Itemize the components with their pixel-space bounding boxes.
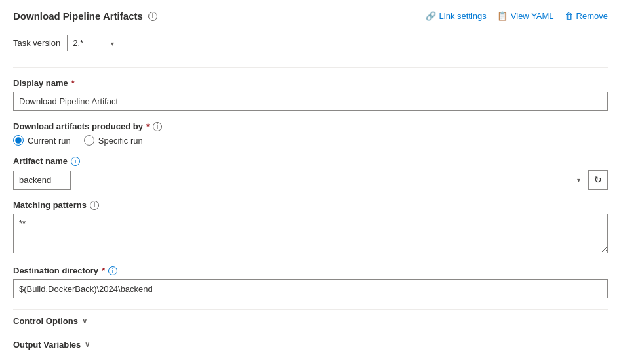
view-yaml-label: View YAML (511, 11, 554, 21)
panel-header: Download Pipeline Artifacts i 🔗 Link set… (13, 10, 608, 22)
control-options-chevron-icon: ∨ (82, 317, 87, 325)
matching-patterns-label: Matching patterns i (13, 200, 608, 210)
artifact-name-select[interactable]: backend frontend (13, 171, 71, 190)
matching-patterns-group: Matching patterns i ** (13, 200, 608, 255)
output-variables-section[interactable]: Output Variables ∨ (13, 333, 608, 356)
download-artifacts-required: * (146, 121, 150, 131)
header-left: Download Pipeline Artifacts i (13, 10, 157, 22)
yaml-icon: 📋 (497, 11, 508, 21)
current-run-radio[interactable] (13, 135, 24, 146)
control-options-section[interactable]: Control Options ∨ (13, 309, 608, 333)
current-run-option[interactable]: Current run (13, 135, 71, 146)
display-name-label: Display name * (13, 78, 608, 88)
output-variables-chevron-icon: ∨ (85, 340, 90, 349)
artifact-name-label: Artifact name i (13, 156, 608, 166)
download-artifacts-info-icon[interactable]: i (153, 122, 162, 131)
specific-run-label: Specific run (98, 136, 143, 146)
destination-directory-label: Destination directory * i (13, 266, 608, 275)
task-version-select-wrapper: 2.* 1.* ▾ (67, 35, 119, 51)
download-artifacts-label: Download artifacts produced by * i (13, 121, 608, 131)
remove-label: Remove (576, 11, 608, 21)
current-run-label: Current run (28, 136, 71, 146)
destination-directory-info-icon[interactable]: i (108, 266, 117, 275)
matching-patterns-info-icon[interactable]: i (90, 201, 99, 210)
matching-patterns-input[interactable]: ** (13, 214, 608, 253)
destination-directory-group: Destination directory * i (13, 266, 608, 298)
display-name-input[interactable] (13, 92, 608, 111)
task-version-label: Task version (13, 38, 60, 48)
title-info-icon[interactable]: i (148, 12, 157, 21)
download-artifacts-group: Download artifacts produced by * i Curre… (13, 121, 608, 146)
trash-icon: 🗑 (565, 11, 573, 21)
artifact-name-select-row: backend frontend ▾ ↻ (13, 170, 608, 190)
output-variables-label: Output Variables (13, 340, 81, 350)
task-version-row: Task version 2.* 1.* ▾ (13, 35, 608, 51)
artifact-name-info-icon[interactable]: i (71, 157, 80, 166)
link-settings-label: Link settings (439, 11, 487, 21)
page-title: Download Pipeline Artifacts (13, 10, 143, 22)
destination-directory-required: * (102, 266, 105, 275)
link-icon: 🔗 (426, 11, 436, 21)
task-version-select[interactable]: 2.* 1.* (67, 35, 119, 51)
display-name-group: Display name * (13, 78, 608, 111)
specific-run-option[interactable]: Specific run (84, 135, 143, 146)
display-name-required: * (71, 78, 75, 88)
control-options-label: Control Options (13, 316, 78, 326)
link-settings-button[interactable]: 🔗 Link settings (426, 11, 487, 21)
remove-button[interactable]: 🗑 Remove (565, 11, 608, 21)
view-yaml-button[interactable]: 📋 View YAML (497, 11, 554, 21)
destination-directory-input[interactable] (13, 279, 608, 298)
artifact-name-refresh-button[interactable]: ↻ (588, 170, 608, 190)
artifact-name-select-container: backend frontend ▾ (13, 171, 586, 190)
divider-top (13, 67, 608, 68)
download-artifacts-radio-group: Current run Specific run (13, 135, 608, 146)
artifact-select-arrow-icon: ▾ (577, 176, 580, 184)
header-actions: 🔗 Link settings 📋 View YAML 🗑 Remove (426, 11, 608, 21)
specific-run-radio[interactable] (84, 135, 94, 146)
artifact-name-group: Artifact name i backend frontend ▾ ↻ (13, 156, 608, 190)
